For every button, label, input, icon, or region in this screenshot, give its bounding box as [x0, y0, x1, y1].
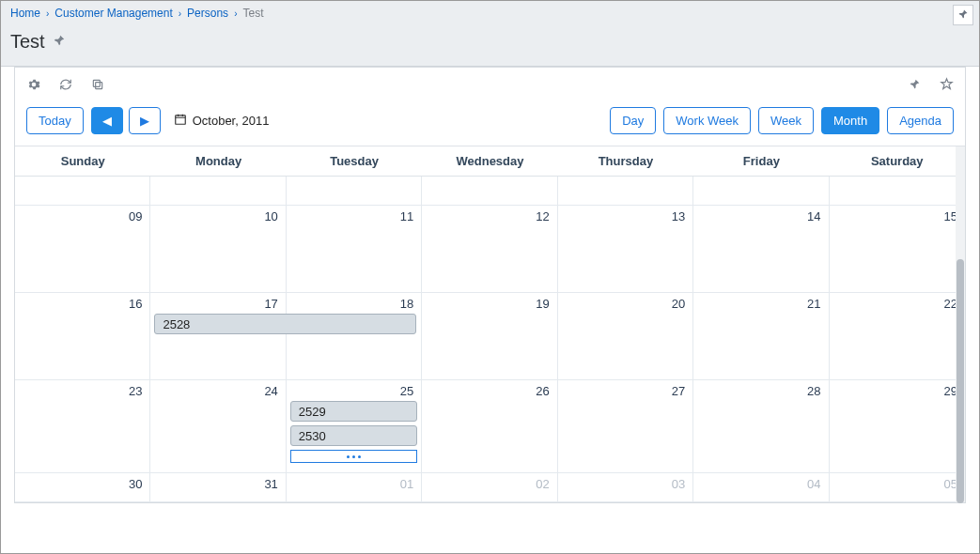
day-number: 11 [400, 209, 413, 223]
calendar-cell[interactable]: 22 [830, 293, 965, 379]
calendar-event[interactable]: 2529 [290, 401, 417, 422]
date-text: October, 2011 [193, 114, 270, 128]
calendar-cell[interactable]: 04 [693, 473, 829, 501]
calendar-cell[interactable]: 11 [287, 206, 422, 292]
star-icon[interactable] [939, 77, 954, 94]
today-button[interactable]: Today [26, 107, 84, 134]
day-number: 19 [536, 297, 549, 311]
day-number: 14 [807, 209, 820, 223]
day-number: 03 [672, 477, 685, 491]
breadcrumb: Home › Customer Management › Persons › T… [1, 1, 979, 25]
calendar-cell[interactable]: 03 [558, 473, 693, 501]
calendar-cell[interactable]: 23 [15, 380, 150, 472]
date-label[interactable]: October, 2011 [174, 113, 270, 129]
calendar-cell[interactable]: 09 [15, 206, 150, 292]
prev-next-group: ◀ ▶ [91, 107, 161, 134]
view-week[interactable]: Week [758, 107, 814, 134]
week-row: 09101112131415 [15, 206, 965, 293]
day-number: 24 [264, 384, 277, 398]
view-agenda[interactable]: Agenda [887, 107, 954, 134]
calendar-cell[interactable]: 27 [558, 380, 693, 472]
day-number: 27 [672, 384, 685, 398]
calendar-cell[interactable]: 12 [422, 206, 557, 292]
calendar-cell[interactable] [558, 177, 693, 205]
calendar-event[interactable]: 2530 [290, 425, 417, 446]
dayheader-friday: Friday [693, 146, 829, 176]
calendar-grid: 0910111213141516172528181920212223242525… [15, 177, 965, 502]
day-number: 10 [264, 209, 277, 223]
calendar-cell[interactable] [287, 177, 422, 205]
scrollbar-thumb[interactable] [957, 259, 964, 503]
refresh-icon[interactable] [58, 78, 73, 94]
breadcrumb-customer-management[interactable]: Customer Management [54, 7, 172, 20]
breadcrumb-persons[interactable]: Persons [187, 7, 228, 20]
calendar-cell[interactable]: 20 [558, 293, 693, 379]
ellipsis-icon [347, 455, 361, 458]
calendar-cell[interactable]: 01 [287, 473, 422, 501]
day-number: 12 [536, 209, 549, 223]
dayheader-thursday: Thursday [558, 146, 693, 176]
day-number: 16 [129, 297, 142, 311]
more-events-button[interactable] [290, 450, 417, 463]
calendar-cell[interactable]: 172528 [150, 293, 286, 379]
calendar-cell[interactable]: 10 [150, 206, 286, 292]
calendar-cell[interactable]: 2525292530 [287, 380, 422, 472]
copy-icon[interactable] [90, 78, 105, 94]
calendar-cell[interactable]: 21 [693, 293, 829, 379]
view-month[interactable]: Month [821, 107, 879, 134]
chevron-right-icon: ▶ [140, 114, 149, 128]
day-headers: Sunday Monday Tuesday Wednesday Thursday… [15, 146, 965, 177]
day-number: 01 [400, 477, 413, 491]
breadcrumb-home[interactable]: Home [10, 7, 40, 20]
calendar-cell[interactable]: 15 [830, 206, 965, 292]
day-number: 20 [672, 297, 685, 311]
day-number: 13 [672, 209, 685, 223]
day-number: 18 [400, 297, 413, 311]
calendar-cell[interactable]: 16 [15, 293, 150, 379]
pin-icon[interactable] [907, 78, 922, 93]
calendar-cell[interactable]: 02 [422, 473, 557, 501]
calendar-cell[interactable] [150, 177, 286, 205]
calendar-cell[interactable] [830, 177, 965, 205]
calendar-cell[interactable]: 26 [422, 380, 557, 472]
week-row: 2324252529253026272829 [15, 380, 965, 473]
calendar-cell[interactable] [693, 177, 829, 205]
calendar-nav: Today ◀ ▶ October, 2011 Day [15, 103, 965, 146]
week-row: 30310102030405 [15, 473, 965, 502]
calendar-cell[interactable]: 29 [830, 380, 965, 472]
calendar-cell[interactable]: 18 [287, 293, 422, 379]
calendar-body: Sunday Monday Tuesday Wednesday Thursday… [15, 146, 965, 502]
calendar-cell[interactable] [422, 177, 557, 205]
calendar-cell[interactable]: 30 [15, 473, 150, 501]
svg-rect-0 [96, 82, 102, 88]
day-number: 02 [536, 477, 549, 491]
breadcrumb-current: Test [242, 7, 263, 20]
dayheader-tuesday: Tuesday [287, 146, 422, 176]
app-frame: Home › Customer Management › Persons › T… [0, 0, 980, 554]
gear-icon[interactable] [26, 78, 41, 94]
week-row [15, 177, 965, 206]
calendar-cell[interactable]: 05 [830, 473, 965, 501]
day-number: 09 [129, 209, 142, 223]
calendar-cell[interactable]: 14 [693, 206, 829, 292]
vertical-scrollbar[interactable] [956, 146, 965, 502]
next-button[interactable]: ▶ [129, 107, 161, 134]
day-number: 28 [807, 384, 820, 398]
calendar-cell[interactable]: 28 [693, 380, 829, 472]
view-work-week[interactable]: Work Week [663, 107, 751, 134]
calendar-cell[interactable]: 13 [558, 206, 693, 292]
pin-icon[interactable] [53, 34, 66, 50]
calendar-cell[interactable]: 24 [150, 380, 286, 472]
title-row: Test [1, 25, 979, 66]
calendar-panel: Today ◀ ▶ October, 2011 Day [14, 67, 966, 503]
calendar-cell[interactable] [15, 177, 150, 205]
view-day[interactable]: Day [610, 107, 656, 134]
dayheader-wednesday: Wednesday [422, 146, 557, 176]
prev-button[interactable]: ◀ [91, 107, 123, 134]
pin-page-button[interactable] [953, 5, 973, 25]
calendar-icon [174, 113, 187, 129]
calendar-cell[interactable]: 31 [150, 473, 286, 501]
header-region: Home › Customer Management › Persons › T… [1, 1, 979, 67]
pin-icon [957, 8, 969, 23]
calendar-cell[interactable]: 19 [422, 293, 557, 379]
